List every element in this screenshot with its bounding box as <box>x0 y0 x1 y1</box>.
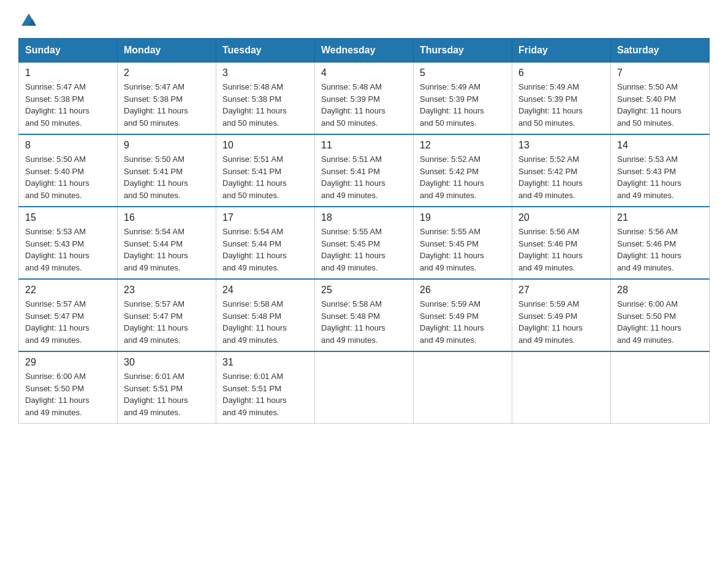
day-info: Sunrise: 5:59 AMSunset: 5:49 PMDaylight:… <box>420 298 506 346</box>
day-info: Sunrise: 5:54 AMSunset: 5:44 PMDaylight:… <box>124 226 210 274</box>
day-number: 4 <box>321 67 407 79</box>
day-number: 17 <box>222 212 308 223</box>
day-number: 5 <box>420 67 506 79</box>
day-number: 9 <box>124 140 210 151</box>
table-row: 16Sunrise: 5:54 AMSunset: 5:44 PMDayligh… <box>118 207 216 279</box>
calendar-week-row: 22Sunrise: 5:57 AMSunset: 5:47 PMDayligh… <box>19 279 710 351</box>
table-row: 3Sunrise: 5:48 AMSunset: 5:38 PMDaylight… <box>216 63 315 135</box>
calendar-week-row: 15Sunrise: 5:53 AMSunset: 5:43 PMDayligh… <box>19 207 710 279</box>
day-number: 12 <box>420 140 506 151</box>
day-number: 1 <box>25 67 111 79</box>
day-info: Sunrise: 5:57 AMSunset: 5:47 PMDaylight:… <box>25 298 111 346</box>
table-row <box>414 351 512 424</box>
table-row: 29Sunrise: 6:00 AMSunset: 5:50 PMDayligh… <box>19 351 118 424</box>
table-row: 24Sunrise: 5:58 AMSunset: 5:48 PMDayligh… <box>216 279 315 351</box>
table-row: 23Sunrise: 5:57 AMSunset: 5:47 PMDayligh… <box>118 279 216 351</box>
day-number: 15 <box>25 212 111 223</box>
day-number: 7 <box>617 67 703 79</box>
table-row: 21Sunrise: 5:56 AMSunset: 5:46 PMDayligh… <box>611 207 710 279</box>
day-number: 24 <box>222 285 308 296</box>
table-row <box>611 351 710 424</box>
table-row: 12Sunrise: 5:52 AMSunset: 5:42 PMDayligh… <box>414 134 512 207</box>
table-row: 31Sunrise: 6:01 AMSunset: 5:51 PMDayligh… <box>216 351 315 424</box>
day-number: 25 <box>321 285 407 296</box>
day-info: Sunrise: 5:47 AMSunset: 5:38 PMDaylight:… <box>124 81 210 129</box>
day-info: Sunrise: 5:58 AMSunset: 5:48 PMDaylight:… <box>222 298 308 346</box>
table-row: 2Sunrise: 5:47 AMSunset: 5:38 PMDaylight… <box>118 63 216 135</box>
day-number: 18 <box>321 212 407 223</box>
day-info: Sunrise: 5:52 AMSunset: 5:42 PMDaylight:… <box>420 153 506 201</box>
table-row: 9Sunrise: 5:50 AMSunset: 5:41 PMDaylight… <box>118 134 216 207</box>
day-number: 19 <box>420 212 506 223</box>
col-tuesday: Tuesday <box>216 39 315 63</box>
day-number: 2 <box>124 67 210 79</box>
table-row: 22Sunrise: 5:57 AMSunset: 5:47 PMDayligh… <box>19 279 118 351</box>
logo <box>18 12 38 27</box>
day-info: Sunrise: 5:49 AMSunset: 5:39 PMDaylight:… <box>420 81 506 129</box>
day-number: 8 <box>25 140 111 151</box>
day-number: 13 <box>518 140 604 151</box>
day-info: Sunrise: 6:01 AMSunset: 5:51 PMDaylight:… <box>222 370 308 418</box>
col-saturday: Saturday <box>611 39 710 63</box>
day-info: Sunrise: 5:59 AMSunset: 5:49 PMDaylight:… <box>518 298 604 346</box>
day-info: Sunrise: 5:57 AMSunset: 5:47 PMDaylight:… <box>124 298 210 346</box>
day-number: 22 <box>25 285 111 296</box>
day-number: 21 <box>617 212 703 223</box>
day-number: 27 <box>518 285 604 296</box>
table-row: 10Sunrise: 5:51 AMSunset: 5:41 PMDayligh… <box>216 134 315 207</box>
table-row: 20Sunrise: 5:56 AMSunset: 5:46 PMDayligh… <box>512 207 611 279</box>
table-row: 25Sunrise: 5:58 AMSunset: 5:48 PMDayligh… <box>315 279 414 351</box>
day-number: 6 <box>518 67 604 79</box>
col-thursday: Thursday <box>414 39 512 63</box>
table-row: 27Sunrise: 5:59 AMSunset: 5:49 PMDayligh… <box>512 279 611 351</box>
day-info: Sunrise: 5:53 AMSunset: 5:43 PMDaylight:… <box>617 153 703 201</box>
calendar-table: Sunday Monday Tuesday Wednesday Thursday… <box>18 38 710 424</box>
day-info: Sunrise: 5:51 AMSunset: 5:41 PMDaylight:… <box>222 153 308 201</box>
table-row: 28Sunrise: 6:00 AMSunset: 5:50 PMDayligh… <box>611 279 710 351</box>
table-row: 7Sunrise: 5:50 AMSunset: 5:40 PMDaylight… <box>611 63 710 135</box>
day-number: 16 <box>124 212 210 223</box>
day-number: 31 <box>222 357 308 368</box>
day-info: Sunrise: 6:00 AMSunset: 5:50 PMDaylight:… <box>25 370 111 418</box>
day-info: Sunrise: 5:52 AMSunset: 5:42 PMDaylight:… <box>518 153 604 201</box>
calendar-week-row: 1Sunrise: 5:47 AMSunset: 5:38 PMDaylight… <box>19 63 710 135</box>
day-number: 26 <box>420 285 506 296</box>
table-row: 13Sunrise: 5:52 AMSunset: 5:42 PMDayligh… <box>512 134 611 207</box>
page-header <box>18 12 710 27</box>
day-number: 10 <box>222 140 308 151</box>
day-number: 29 <box>25 357 111 368</box>
day-info: Sunrise: 5:48 AMSunset: 5:39 PMDaylight:… <box>321 81 407 129</box>
day-info: Sunrise: 5:47 AMSunset: 5:38 PMDaylight:… <box>25 81 111 129</box>
day-number: 23 <box>124 285 210 296</box>
day-number: 28 <box>617 285 703 296</box>
day-info: Sunrise: 5:50 AMSunset: 5:41 PMDaylight:… <box>124 153 210 201</box>
logo-triangle-icon <box>20 12 37 29</box>
table-row <box>315 351 414 424</box>
table-row: 5Sunrise: 5:49 AMSunset: 5:39 PMDaylight… <box>414 63 512 135</box>
table-row: 4Sunrise: 5:48 AMSunset: 5:39 PMDaylight… <box>315 63 414 135</box>
table-row: 18Sunrise: 5:55 AMSunset: 5:45 PMDayligh… <box>315 207 414 279</box>
day-info: Sunrise: 5:48 AMSunset: 5:38 PMDaylight:… <box>222 81 308 129</box>
table-row: 15Sunrise: 5:53 AMSunset: 5:43 PMDayligh… <box>19 207 118 279</box>
col-sunday: Sunday <box>19 39 118 63</box>
table-row: 8Sunrise: 5:50 AMSunset: 5:40 PMDaylight… <box>19 134 118 207</box>
day-number: 14 <box>617 140 703 151</box>
calendar-week-row: 29Sunrise: 6:00 AMSunset: 5:50 PMDayligh… <box>19 351 710 424</box>
table-row: 11Sunrise: 5:51 AMSunset: 5:41 PMDayligh… <box>315 134 414 207</box>
day-number: 20 <box>518 212 604 223</box>
day-info: Sunrise: 5:58 AMSunset: 5:48 PMDaylight:… <box>321 298 407 346</box>
day-number: 3 <box>222 67 308 79</box>
day-info: Sunrise: 6:01 AMSunset: 5:51 PMDaylight:… <box>124 370 210 418</box>
day-info: Sunrise: 5:49 AMSunset: 5:39 PMDaylight:… <box>518 81 604 129</box>
table-row: 6Sunrise: 5:49 AMSunset: 5:39 PMDaylight… <box>512 63 611 135</box>
col-friday: Friday <box>512 39 611 63</box>
day-info: Sunrise: 5:51 AMSunset: 5:41 PMDaylight:… <box>321 153 407 201</box>
day-info: Sunrise: 5:55 AMSunset: 5:45 PMDaylight:… <box>321 226 407 274</box>
day-number: 30 <box>124 357 210 368</box>
col-wednesday: Wednesday <box>315 39 414 63</box>
calendar-header-row: Sunday Monday Tuesday Wednesday Thursday… <box>19 39 710 63</box>
day-info: Sunrise: 5:56 AMSunset: 5:46 PMDaylight:… <box>617 226 703 274</box>
table-row <box>512 351 611 424</box>
day-info: Sunrise: 5:55 AMSunset: 5:45 PMDaylight:… <box>420 226 506 274</box>
day-number: 11 <box>321 140 407 151</box>
